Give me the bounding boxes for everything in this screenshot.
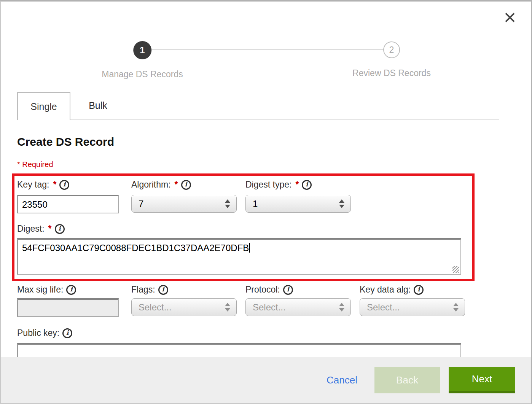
tab-bulk[interactable]: Bulk: [70, 92, 126, 119]
algorithm-select[interactable]: 7: [131, 195, 237, 213]
protocol-label: Protocol:: [245, 285, 280, 295]
key-tag-required-mark: *: [53, 180, 56, 190]
stepper-step-manage: 1 Manage DS Records: [102, 41, 183, 80]
protocol-select[interactable]: Select...: [245, 298, 351, 316]
digest-type-label: Digest type:: [245, 180, 291, 190]
select-arrows-icon: [339, 199, 344, 208]
public-key-label: Public key:: [17, 328, 59, 338]
step-1-label: Manage DS Records: [102, 69, 183, 80]
key-tag-input[interactable]: [17, 195, 119, 213]
key-tag-label-row: Key tag: * i: [17, 180, 69, 190]
select-arrows-icon: [339, 303, 344, 312]
tab-single[interactable]: Single: [17, 92, 70, 120]
max-sig-life-info-icon[interactable]: i: [66, 285, 76, 295]
next-button[interactable]: Next: [449, 367, 515, 393]
key-data-alg-label-row: Key data alg: i: [360, 285, 424, 295]
key-data-alg-label: Key data alg:: [360, 285, 411, 295]
text-caret: [249, 243, 250, 253]
public-key-label-row: Public key: i: [17, 328, 72, 338]
max-sig-life-label-row: Max sig life: i: [17, 285, 76, 295]
step-2-circle: 2: [383, 41, 400, 58]
public-key-info-icon[interactable]: i: [62, 328, 72, 338]
step-2-label: Review DS Records: [352, 68, 431, 78]
digest-type-label-row: Digest type: * i: [245, 180, 312, 190]
step-1-circle: 1: [133, 41, 151, 59]
protocol-info-icon[interactable]: i: [283, 285, 293, 295]
modal-footer: Cancel Back Next: [1, 357, 531, 403]
digest-required-mark: *: [48, 224, 52, 234]
protocol-label-row: Protocol: i: [245, 285, 293, 295]
key-data-alg-select[interactable]: Select...: [360, 298, 465, 316]
digest-label: Digest:: [17, 224, 45, 234]
digest-info-icon[interactable]: i: [55, 224, 65, 234]
digest-type-select[interactable]: 1: [245, 195, 351, 213]
algorithm-info-icon[interactable]: i: [181, 180, 191, 190]
key-data-alg-select-value: Select...: [367, 302, 400, 313]
required-note: * Required: [17, 160, 53, 169]
select-arrows-icon: [225, 303, 230, 312]
back-button[interactable]: Back: [374, 367, 440, 393]
key-tag-info-icon[interactable]: i: [59, 180, 69, 190]
protocol-select-value: Select...: [253, 302, 286, 313]
digest-textarea[interactable]: 54FCF030AA1C79C0088FDEC1BD1C37DAA2E70DFB: [17, 238, 461, 275]
algorithm-label-row: Algorithm: * i: [131, 180, 191, 190]
select-arrows-icon: [453, 303, 459, 312]
flags-select[interactable]: Select...: [131, 298, 237, 316]
stepper-step-review: 2 Review DS Records: [352, 41, 431, 78]
algorithm-select-value: 7: [139, 199, 143, 209]
digest-type-select-value: 1: [253, 199, 258, 209]
digest-type-required-mark: *: [295, 180, 299, 190]
create-ds-record-modal: 1 Manage DS Records 2 Review DS Records …: [0, 0, 532, 404]
key-data-alg-info-icon[interactable]: i: [414, 285, 424, 295]
select-arrows-icon: [225, 199, 230, 208]
page-title: Create DS Record: [17, 135, 114, 148]
algorithm-required-mark: *: [175, 180, 178, 190]
close-icon[interactable]: [504, 12, 516, 23]
digest-label-row: Digest: * i: [17, 224, 65, 234]
resize-handle[interactable]: [452, 266, 459, 273]
digest-type-info-icon[interactable]: i: [302, 180, 312, 190]
digest-value: 54FCF030AA1C79C0088FDEC1BD1C37DAA2E70DFB: [22, 243, 249, 253]
stepper-connector: [151, 49, 384, 50]
flags-label-row: Flags: i: [131, 285, 168, 295]
algorithm-label: Algorithm:: [131, 180, 171, 190]
max-sig-life-label: Max sig life:: [17, 285, 63, 295]
flags-label: Flags:: [131, 285, 155, 295]
max-sig-life-input[interactable]: [17, 298, 119, 317]
flags-select-value: Select...: [139, 302, 172, 313]
key-tag-label: Key tag:: [17, 180, 49, 190]
flags-info-icon[interactable]: i: [158, 285, 168, 295]
tab-underline: [70, 119, 499, 119]
cancel-button[interactable]: Cancel: [327, 374, 357, 386]
